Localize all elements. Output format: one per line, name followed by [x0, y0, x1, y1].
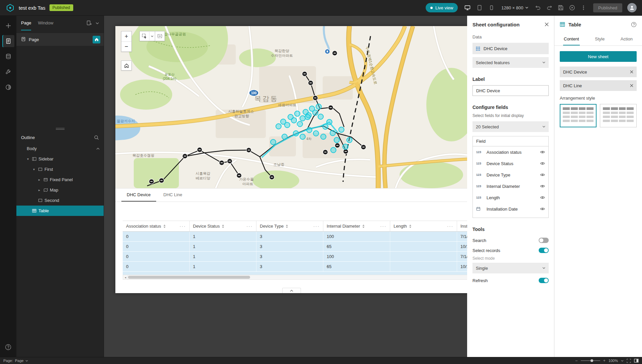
column-menu-icon[interactable]: ···	[246, 224, 253, 229]
column-header[interactable]: Length ···	[390, 221, 457, 231]
live-view-button[interactable]: Live view	[426, 3, 458, 12]
current-page-dropdown[interactable]: Page	[15, 359, 24, 363]
scroll-left-icon[interactable]: ◂	[123, 275, 128, 279]
select-tool-dropdown-icon[interactable]	[149, 31, 155, 41]
arrangement-option-tabs[interactable]	[560, 104, 597, 127]
tab-content[interactable]: Content	[563, 33, 580, 45]
refresh-toggle[interactable]	[539, 278, 549, 283]
remove-sheet-icon[interactable]	[630, 70, 633, 74]
redo-icon[interactable]	[545, 3, 554, 12]
phone-icon[interactable]	[487, 3, 496, 12]
collapse-table-button[interactable]	[282, 288, 301, 293]
column-header[interactable]: Installation Date	[457, 221, 467, 231]
select-mode-dropdown[interactable]: Single	[472, 263, 549, 273]
horizontal-scrollbar[interactable]: ◂	[123, 275, 467, 280]
new-sheet-button[interactable]: New sheet	[560, 51, 637, 62]
visibility-eye-icon[interactable]	[540, 185, 545, 188]
table-row[interactable]: 0 1 3 65 10/1	[123, 262, 467, 272]
collapse-all-icon[interactable]	[96, 148, 100, 150]
column-menu-icon[interactable]: ···	[180, 224, 186, 229]
sort-icon[interactable]	[409, 225, 412, 228]
outline-item-second[interactable]: Second	[16, 195, 104, 206]
field-item[interactable]: 123 Length	[473, 192, 548, 203]
more-options-icon[interactable]	[579, 3, 588, 12]
column-header[interactable]: Device Type ···	[256, 221, 323, 231]
field-item[interactable]: Installation Date	[473, 203, 548, 215]
select-records-toggle[interactable]	[539, 248, 549, 253]
zoom-level[interactable]: 100%	[609, 359, 618, 363]
sort-icon[interactable]	[286, 225, 288, 228]
visibility-eye-icon[interactable]	[540, 173, 545, 176]
data-source-chip[interactable]: DHC Device	[472, 43, 549, 54]
zoom-in-icon[interactable]: +	[603, 358, 606, 363]
undo-icon[interactable]	[533, 3, 543, 12]
outline-item-map[interactable]: ▸ Map	[16, 185, 104, 195]
column-menu-icon[interactable]: ···	[313, 224, 320, 229]
outline-item-table[interactable]: Table	[16, 206, 104, 216]
data-panel-button[interactable]	[2, 50, 14, 63]
toggle-right-panel-icon[interactable]	[634, 359, 639, 363]
help-icon[interactable]	[631, 22, 637, 27]
sheet-item-dhc-line[interactable]: DHC Line	[560, 80, 637, 91]
zoom-in-button[interactable]: +	[121, 31, 131, 41]
label-input[interactable]: DHC Device	[472, 85, 549, 96]
save-icon[interactable]	[556, 3, 565, 12]
page-panel-button[interactable]	[2, 35, 14, 47]
desktop-icon[interactable]	[463, 3, 472, 12]
zoom-slider-knob[interactable]	[591, 359, 593, 362]
data-view-dropdown[interactable]: Selected features	[472, 57, 549, 68]
column-header[interactable]: Internal Diameter ···	[323, 221, 390, 231]
field-item[interactable]: 123 Association status	[473, 146, 548, 158]
sort-icon[interactable]	[362, 225, 365, 228]
add-page-icon[interactable]	[86, 20, 92, 26]
tab-style[interactable]: Style	[594, 33, 605, 45]
home-page-icon[interactable]	[93, 36, 100, 43]
tab-page[interactable]: Page	[21, 16, 31, 30]
outline-item-sidebar[interactable]: ▾ Sidebar	[16, 154, 104, 164]
sheet-tab-dhc-device[interactable]: DHC Device	[121, 189, 156, 202]
selected-fields-dropdown[interactable]: 20 Selected	[472, 121, 549, 132]
insert-widget-button[interactable]	[2, 20, 14, 32]
sort-icon[interactable]	[163, 225, 166, 228]
column-menu-icon[interactable]: ···	[447, 224, 453, 229]
select-tool-icon[interactable]	[140, 31, 149, 41]
search-icon[interactable]	[94, 135, 99, 140]
table-row[interactable]: 0 1 3 100 7/1/	[123, 252, 467, 262]
fit-to-screen-icon[interactable]	[627, 359, 631, 363]
chevron-down-icon[interactable]	[96, 22, 99, 24]
tools-panel-button[interactable]	[2, 66, 14, 78]
help-button[interactable]	[2, 341, 14, 353]
page-list-item[interactable]: Page	[16, 33, 104, 46]
sheet-tab-dhc-line[interactable]: DHC Line	[158, 189, 188, 202]
design-canvas[interactable]: 100 감나무골공원 운동산 (204.1m) 목감한양 수자인아파트 목감동 …	[104, 16, 467, 357]
panel-splitter[interactable]	[16, 126, 104, 131]
close-icon[interactable]	[545, 22, 549, 26]
chevron-down-icon[interactable]	[621, 360, 624, 362]
zoom-out-button[interactable]: −	[121, 41, 131, 51]
visibility-eye-icon[interactable]	[540, 162, 545, 165]
visibility-eye-icon[interactable]	[540, 196, 545, 199]
visibility-eye-icon[interactable]	[540, 150, 545, 154]
default-extent-button[interactable]	[121, 60, 132, 71]
outline-item-first[interactable]: ▾ First	[16, 164, 104, 174]
column-header[interactable]: Device Status ···	[190, 221, 256, 231]
visibility-eye-icon[interactable]	[540, 207, 545, 211]
field-item[interactable]: 123 Internal Diameter	[473, 180, 548, 192]
remove-sheet-icon[interactable]	[630, 84, 633, 87]
theme-panel-button[interactable]	[2, 81, 14, 93]
outline-item-fixed-panel[interactable]: ▸ Fixed Panel	[16, 174, 104, 185]
field-item[interactable]: 123 Device Status	[473, 158, 548, 169]
zoom-slider[interactable]	[581, 360, 600, 361]
avatar[interactable]	[627, 3, 637, 12]
tab-action[interactable]: Action	[620, 33, 633, 45]
publish-button[interactable]: Published	[593, 3, 622, 12]
scrollbar-thumb[interactable]	[128, 276, 250, 279]
table-row[interactable]: 0 1 3 100 7/1/	[123, 232, 467, 242]
rectangle-select-icon[interactable]	[155, 31, 165, 41]
arrangement-option-dropdown[interactable]	[600, 104, 637, 127]
column-menu-icon[interactable]: ···	[380, 224, 387, 229]
search-toggle[interactable]	[539, 238, 549, 243]
tab-window[interactable]: Window	[38, 16, 53, 30]
table-row[interactable]: 0 1 3 65 10/1	[123, 242, 467, 252]
map-widget[interactable]: 100 감나무골공원 운동산 (204.1m) 목감한양 수자인아파트 목감동 …	[115, 26, 467, 188]
